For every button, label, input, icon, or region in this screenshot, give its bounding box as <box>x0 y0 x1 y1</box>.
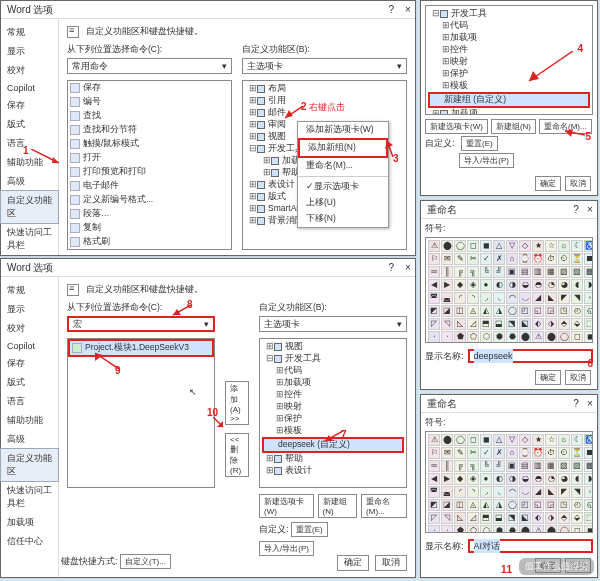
symbol-cell[interactable]: ◗ <box>584 473 593 485</box>
sidebar-item[interactable]: 常规 <box>1 281 58 300</box>
symbol-cell[interactable]: ⬣ <box>506 331 518 343</box>
display-name-input[interactable]: deepseek <box>468 349 593 363</box>
tree-node[interactable]: ⊞映射 <box>428 56 590 68</box>
tree-node-new-group[interactable]: 新建组 (自定义) <box>428 92 590 108</box>
symbol-cell[interactable]: ⬓ <box>493 318 505 330</box>
symbol-cell[interactable]: ▤ <box>519 460 531 472</box>
symbol-cell[interactable]: ◴ <box>571 305 583 317</box>
symbol-cell[interactable]: ⬤ <box>545 525 557 533</box>
symbol-cell[interactable]: ╚ <box>480 460 492 472</box>
symbol-cell[interactable]: ╔ <box>454 266 466 278</box>
symbol-cell[interactable]: ║ <box>441 460 453 472</box>
symbol-cell[interactable]: ◞ <box>480 486 492 498</box>
list-item[interactable]: 格式刷 <box>68 235 231 249</box>
tree-node[interactable]: ⊞加载项 <box>428 32 590 44</box>
symbol-cell[interactable]: ● <box>480 473 492 485</box>
symbol-cell[interactable]: ◤ <box>558 486 570 498</box>
symbol-cell[interactable]: ◹ <box>441 318 453 330</box>
help-icon[interactable]: ? <box>569 201 583 219</box>
symbol-cell[interactable]: ⚐ <box>428 447 440 459</box>
symbol-cell[interactable]: ✂ <box>467 253 479 265</box>
symbol-cell[interactable]: ▶ <box>441 279 453 291</box>
symbol-cell[interactable]: ◪ <box>441 305 453 317</box>
symbol-cell[interactable]: ⚠ <box>428 434 440 446</box>
symbol-cell[interactable]: ⌂ <box>506 253 518 265</box>
symbol-cell[interactable]: ◫ <box>454 499 466 511</box>
symbol-cell[interactable]: ◩ <box>428 499 440 511</box>
symbol-cell[interactable]: ◔ <box>545 473 557 485</box>
symbol-cell[interactable]: ◺ <box>454 318 466 330</box>
symbol-cell[interactable]: ⬘ <box>558 512 570 524</box>
symbol-cell[interactable]: ⬓ <box>493 512 505 524</box>
symbol-cell[interactable]: ⚠ <box>532 525 544 533</box>
ok-button[interactable]: 确定 <box>535 370 561 385</box>
symbol-cell[interactable]: ◕ <box>558 473 570 485</box>
symbol-cell[interactable]: ▦ <box>545 460 557 472</box>
symbol-cell[interactable]: ▨ <box>571 460 583 472</box>
symbol-cell[interactable]: ◓ <box>532 279 544 291</box>
symbol-cell[interactable]: ● <box>480 279 492 291</box>
tree-node[interactable]: ⊞布局 <box>245 83 404 95</box>
tree-node[interactable]: ⊞模板 <box>262 425 404 437</box>
symbol-cell[interactable]: ◚ <box>428 292 440 304</box>
symbol-cell[interactable]: ◻ <box>571 525 583 533</box>
symbol-cell[interactable]: ◯ <box>558 331 570 343</box>
symbol-cell[interactable]: ◠ <box>506 486 518 498</box>
symbol-cell[interactable]: ◔ <box>545 279 557 291</box>
symbol-cell[interactable]: ▣ <box>506 266 518 278</box>
tree-node-deepseek-group[interactable]: deepseek (自定义) <box>262 437 404 453</box>
list-item[interactable]: 保存 <box>68 81 231 95</box>
symbol-cell[interactable]: ⬣ <box>506 525 518 533</box>
symbol-cell[interactable]: ◪ <box>441 499 453 511</box>
symbol-cell[interactable]: ♿ <box>584 240 593 252</box>
symbol-picker[interactable]: ⚠⬤◯◻◼△▽◇★☆☼☾♿⚙⚑⚐✉✎✂✓✗⌂⌚⏰⏱⏲⏳⏹⏺␡═║╔╗╚╝▣▤▥▦… <box>425 431 593 533</box>
symbol-cell[interactable]: ◮ <box>493 499 505 511</box>
symbol-cell[interactable]: ║ <box>441 266 453 278</box>
symbol-cell[interactable]: ◇ <box>519 240 531 252</box>
close-icon[interactable]: × <box>401 1 415 19</box>
symbol-cell[interactable]: ◆ <box>454 473 466 485</box>
symbol-cell[interactable]: ◠ <box>506 292 518 304</box>
symbol-cell[interactable]: ⚠ <box>532 331 544 343</box>
sidebar-item[interactable]: 语言 <box>1 392 58 411</box>
symbol-cell[interactable]: ◦ <box>584 486 593 498</box>
ctx-move-down[interactable]: 下移(N) <box>298 211 388 227</box>
symbol-cell[interactable]: ◀ <box>428 279 440 291</box>
symbol-cell[interactable]: ◼ <box>584 331 593 343</box>
sidebar-item[interactable]: 辅助功能 <box>1 411 58 430</box>
symbol-cell[interactable]: ◼ <box>480 240 492 252</box>
symbol-cell[interactable]: ✗ <box>493 253 505 265</box>
display-name-input[interactable]: AI对话 <box>468 539 593 553</box>
symbol-cell[interactable]: ▩ <box>584 266 593 278</box>
symbol-cell[interactable]: ⏹ <box>584 447 593 459</box>
symbol-picker[interactable]: ⚠⬤◯◻◼△▽◇★☆☼☾♿⚙⚑⚐✉✎✂✓✗⌂⌚⏰⏱⏲⏳⏹⏺␡═║╔╗╚╝▣▤▥▦… <box>425 237 593 343</box>
symbol-cell[interactable]: ◕ <box>558 279 570 291</box>
symbol-cell[interactable]: ☆ <box>545 240 557 252</box>
symbol-cell[interactable]: ◻ <box>467 434 479 446</box>
symbol-cell[interactable]: ⬒ <box>480 512 492 524</box>
choose-from-combo[interactable]: 常用命令 ▾ <box>67 58 232 74</box>
symbol-cell[interactable]: ◞ <box>480 292 492 304</box>
customize-ribbon-combo-2[interactable]: 主选项卡 ▾ <box>259 316 407 332</box>
new-tab-button[interactable]: 新建选项卡(W) <box>425 119 488 134</box>
symbol-cell[interactable]: ⬖ <box>532 512 544 524</box>
symbol-cell[interactable]: ◯ <box>506 499 518 511</box>
symbol-cell[interactable]: ◳ <box>558 305 570 317</box>
tree-node[interactable]: ⊞保护 <box>428 68 590 80</box>
import-export-button[interactable]: 导入/导出(P) <box>259 541 314 556</box>
symbol-cell[interactable]: ◼ <box>480 434 492 446</box>
symbol-cell[interactable]: ═ <box>428 266 440 278</box>
list-item[interactable]: 段落… <box>68 207 231 221</box>
symbol-cell[interactable]: ▧ <box>558 460 570 472</box>
symbol-cell[interactable]: ═ <box>428 460 440 472</box>
symbol-cell[interactable]: ◬ <box>467 499 479 511</box>
symbol-cell[interactable]: ◈ <box>467 473 479 485</box>
tree-node[interactable]: ⊞保护 <box>262 413 404 425</box>
choose-from-combo-macro[interactable]: 宏 ▾ <box>67 316 215 332</box>
symbol-cell[interactable]: ◝ <box>467 486 479 498</box>
symbol-cell[interactable]: ⬤ <box>519 525 531 533</box>
sidebar-item[interactable]: 显示 <box>1 42 58 61</box>
tree-node[interactable]: ⊞控件 <box>428 44 590 56</box>
symbol-cell[interactable]: ◻ <box>571 331 583 343</box>
symbol-cell[interactable]: ◸ <box>428 318 440 330</box>
